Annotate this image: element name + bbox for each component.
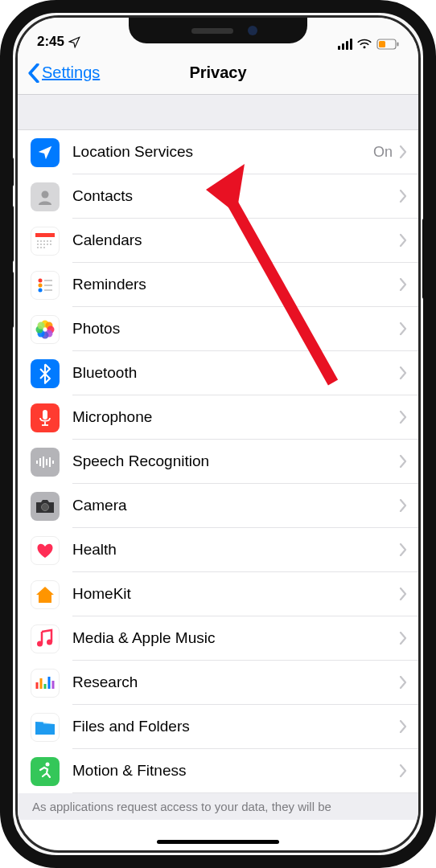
photos-icon (31, 315, 60, 344)
chevron-right-icon (399, 366, 407, 379)
setting-row-contacts[interactable]: Contacts (18, 174, 418, 219)
back-button[interactable]: Settings (27, 63, 100, 83)
svg-point-6 (37, 240, 39, 242)
row-label: Calendars (72, 231, 142, 249)
research-icon (31, 669, 60, 698)
chevron-right-icon (399, 720, 407, 733)
row-label: Research (72, 674, 138, 691)
status-time: 2:45 (37, 34, 64, 50)
back-label: Settings (42, 63, 100, 82)
row-label: Photos (72, 320, 120, 338)
row-label: Microphone (72, 408, 152, 426)
row-label: Speech Recognition (72, 452, 209, 470)
svg-point-10 (50, 240, 51, 242)
chevron-right-icon (399, 543, 407, 556)
chevron-right-icon (399, 278, 407, 291)
row-label: Camera (72, 497, 127, 514)
homekit-icon (31, 580, 60, 609)
setting-row-research[interactable]: Research (18, 661, 418, 705)
svg-point-0 (364, 46, 366, 48)
svg-point-44 (47, 639, 52, 645)
page-title: Privacy (189, 63, 246, 82)
camera-icon (31, 492, 60, 521)
motion-icon (31, 757, 60, 786)
svg-point-20 (39, 283, 43, 287)
notch (129, 18, 307, 43)
chevron-right-icon (399, 411, 407, 424)
chevron-left-icon (27, 63, 40, 83)
location-icon (31, 138, 60, 167)
setting-row-health[interactable]: Health (18, 528, 418, 572)
svg-point-12 (40, 244, 42, 245)
chevron-right-icon (399, 676, 407, 689)
svg-point-42 (42, 503, 49, 510)
microphone-icon (31, 403, 60, 432)
home-indicator[interactable] (157, 840, 279, 844)
svg-rect-2 (397, 43, 399, 47)
svg-point-9 (47, 240, 48, 242)
setting-row-homekit[interactable]: HomeKit (18, 572, 418, 616)
svg-point-7 (40, 240, 42, 242)
setting-row-files-folders[interactable]: Files and Folders (18, 705, 418, 749)
svg-point-13 (43, 244, 45, 245)
files-icon (31, 713, 60, 742)
svg-point-18 (43, 247, 45, 248)
chevron-right-icon (399, 764, 407, 777)
location-status-icon (68, 36, 80, 48)
row-label: Location Services (72, 143, 193, 161)
setting-row-microphone[interactable]: Microphone (18, 395, 418, 440)
chevron-right-icon (399, 322, 407, 335)
svg-point-50 (46, 762, 50, 766)
svg-point-4 (42, 190, 49, 198)
section-spacer (18, 95, 418, 130)
health-icon (31, 536, 60, 565)
setting-row-calendars[interactable]: Calendars (18, 219, 418, 263)
speech-icon (31, 448, 60, 477)
setting-row-camera[interactable]: Camera (18, 484, 418, 528)
row-label: Files and Folders (72, 718, 190, 735)
chevron-right-icon (399, 588, 407, 600)
battery-icon (376, 39, 399, 50)
chevron-right-icon (399, 499, 407, 512)
svg-point-19 (39, 278, 43, 282)
row-label: HomeKit (72, 585, 131, 603)
contacts-icon (31, 182, 60, 211)
chevron-right-icon (399, 234, 407, 247)
svg-rect-5 (35, 233, 55, 237)
wifi-icon (357, 39, 372, 50)
calendars-icon (31, 227, 60, 256)
setting-row-location-services[interactable]: Location Services On (18, 130, 418, 174)
chevron-right-icon (399, 145, 407, 158)
setting-row-motion-fitness[interactable]: Motion & Fitness (18, 749, 418, 793)
chevron-right-icon (399, 455, 407, 468)
setting-row-photos[interactable]: Photos (18, 307, 418, 351)
setting-row-media-apple-music[interactable]: Media & Apple Music (18, 616, 418, 661)
row-label: Reminders (72, 276, 146, 293)
row-label: Contacts (72, 187, 133, 205)
phone-frame: 2:45 (0, 0, 436, 868)
setting-row-reminders[interactable]: Reminders (18, 263, 418, 307)
svg-point-14 (47, 244, 48, 245)
cellular-signal-icon (338, 39, 352, 50)
nav-header: Settings Privacy (18, 51, 418, 95)
reminders-icon (31, 271, 60, 300)
svg-point-21 (39, 288, 43, 292)
chevron-right-icon (399, 190, 407, 203)
svg-point-8 (43, 240, 45, 242)
svg-point-17 (40, 247, 42, 248)
setting-row-speech-recognition[interactable]: Speech Recognition (18, 440, 418, 484)
svg-point-16 (37, 247, 39, 248)
music-icon (31, 624, 60, 653)
row-label: Health (72, 541, 117, 559)
svg-point-43 (37, 641, 43, 646)
svg-rect-33 (43, 410, 47, 420)
setting-row-bluetooth[interactable]: Bluetooth (18, 351, 418, 395)
chevron-right-icon (399, 632, 407, 645)
row-value: On (373, 144, 393, 161)
row-label: Media & Apple Music (72, 629, 215, 647)
bluetooth-icon (31, 359, 60, 388)
footer-note: As applications request access to your d… (18, 793, 418, 820)
settings-list[interactable]: Location Services On Contacts Calendars … (18, 130, 418, 793)
svg-point-11 (37, 244, 39, 245)
row-label: Motion & Fitness (72, 762, 187, 780)
